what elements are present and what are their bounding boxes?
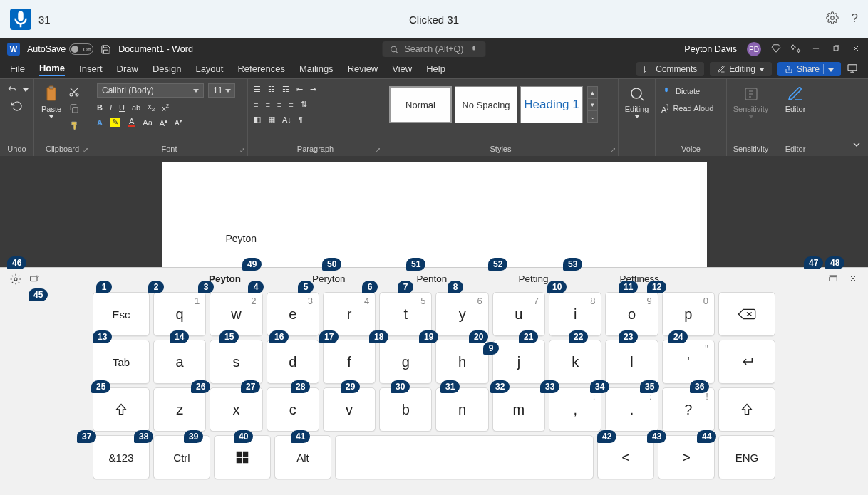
key-⇧[interactable] — [93, 387, 150, 432]
key-n[interactable]: n — [435, 387, 488, 432]
paragraph-launcher[interactable]: ⤢ — [375, 146, 381, 154]
editor-button[interactable]: Editor — [784, 82, 807, 116]
superscript-button[interactable]: x2 — [162, 103, 169, 113]
settings-icon[interactable] — [826, 11, 839, 27]
collapse-ribbon-button[interactable] — [851, 139, 862, 152]
tab-layout[interactable]: Layout — [195, 63, 223, 75]
mic-icon[interactable] — [470, 45, 479, 54]
decrease-indent-button[interactable]: ⇤ — [296, 85, 303, 94]
tab-design[interactable]: Design — [153, 63, 181, 75]
tab-view[interactable]: View — [392, 63, 412, 75]
suggestion-0[interactable]: Peyton — [209, 273, 241, 284]
repeat-button[interactable] — [11, 100, 23, 113]
key-t[interactable]: t5 — [379, 292, 432, 336]
clipboard-launcher[interactable]: ⤢ — [83, 146, 88, 154]
highlight-button[interactable]: ✎ — [110, 118, 120, 127]
key-Tab[interactable]: Tab — [93, 340, 150, 384]
underline-button[interactable]: U — [119, 103, 125, 112]
read-aloud-button[interactable]: A)Read Aloud — [661, 103, 713, 114]
tab-mailings[interactable]: Mailings — [299, 63, 334, 75]
styles-more[interactable]: ⌄ — [587, 110, 598, 123]
editing-find-button[interactable]: Editing — [624, 82, 651, 121]
suggestion-3[interactable]: Petting — [518, 273, 548, 284]
tab-draw[interactable]: Draw — [117, 63, 138, 75]
minimize-button[interactable] — [811, 43, 821, 56]
style-no-spacing[interactable]: No Spacing — [455, 86, 517, 123]
osk-dock-icon[interactable] — [828, 273, 838, 286]
italic-button[interactable]: I — [110, 103, 112, 112]
subscript-button[interactable]: x2 — [148, 102, 155, 113]
key-e[interactable]: e3 — [267, 292, 319, 336]
key-Ctrl[interactable]: Ctrl — [153, 435, 210, 479]
key-,[interactable]: ,; — [549, 387, 601, 432]
format-painter-button[interactable] — [67, 119, 81, 133]
key-f[interactable]: f — [323, 340, 376, 384]
multilevel-button[interactable]: ☶ — [282, 85, 289, 94]
key-k[interactable]: k — [549, 340, 601, 384]
copy-button[interactable] — [67, 102, 81, 116]
restore-button[interactable] — [831, 43, 841, 56]
align-left-button[interactable]: ≡ — [254, 100, 258, 109]
user-avatar[interactable]: PD — [747, 42, 761, 56]
shrink-font-button[interactable]: A▾ — [175, 118, 182, 127]
dictate-button[interactable]: Dictate — [661, 86, 700, 96]
shading-button[interactable]: ◧ — [254, 115, 261, 124]
suggestion-2[interactable]: Penton — [417, 273, 448, 284]
font-color-button[interactable]: A — [128, 117, 135, 127]
key-d[interactable]: d — [267, 340, 319, 384]
help-icon[interactable]: ? — [852, 11, 858, 27]
align-right-button[interactable]: ≡ — [277, 100, 281, 109]
tab-insert[interactable]: Insert — [79, 63, 103, 75]
diamond-icon[interactable] — [771, 43, 781, 56]
font-size-select[interactable]: 11 — [208, 83, 235, 98]
key-Esc[interactable]: Esc — [93, 292, 150, 336]
tab-review[interactable]: Review — [348, 63, 378, 75]
suggestion-1[interactable]: Peryton — [312, 273, 346, 284]
cut-button[interactable] — [67, 85, 81, 99]
key-⇧[interactable] — [718, 387, 775, 432]
tab-home[interactable]: Home — [39, 63, 65, 76]
comments-button[interactable]: Comments — [636, 62, 704, 76]
text-effects-button[interactable]: A — [97, 118, 103, 127]
key-y[interactable]: y6 — [435, 292, 488, 336]
key-s[interactable]: s — [210, 340, 262, 384]
styles-launcher[interactable]: ⤢ — [610, 146, 616, 154]
key-↵[interactable] — [718, 340, 775, 384]
key-v[interactable]: v — [323, 387, 376, 432]
autosave-toggle[interactable]: AutoSave Off — [27, 43, 93, 55]
sort-button[interactable]: A↓ — [282, 115, 291, 124]
font-name-select[interactable]: Calibri (Body) — [97, 83, 204, 98]
key-.[interactable]: .: — [605, 387, 658, 432]
key-r[interactable]: r4 — [323, 292, 376, 336]
osk-close-icon[interactable] — [848, 273, 858, 286]
increase-indent-button[interactable]: ⇥ — [310, 85, 316, 94]
key-g[interactable]: g — [379, 340, 432, 384]
numbering-button[interactable]: ☷ — [268, 85, 275, 94]
present-icon[interactable] — [847, 63, 858, 76]
search-box[interactable]: Search (Alt+Q) — [382, 41, 485, 57]
sensitivity-button[interactable]: Sensitivity — [732, 82, 770, 121]
tab-help[interactable]: Help — [426, 63, 445, 75]
style-normal[interactable]: Normal — [389, 86, 452, 123]
grow-font-button[interactable]: A▴ — [160, 118, 167, 127]
mic-button[interactable] — [10, 9, 31, 30]
show-marks-button[interactable]: ¶ — [299, 115, 303, 124]
key-?[interactable]: ?! — [662, 387, 715, 432]
align-center-button[interactable]: ≡ — [265, 100, 269, 109]
key-a[interactable]: a — [153, 340, 206, 384]
key-⌫[interactable] — [718, 292, 775, 336]
key-'[interactable]: '" — [662, 340, 715, 384]
save-button[interactable] — [100, 44, 111, 55]
key-ENG[interactable]: ENG — [718, 435, 775, 479]
justify-button[interactable]: ≡ — [289, 100, 293, 109]
style-heading-1[interactable]: Heading 1 — [520, 86, 583, 123]
user-name[interactable]: Peyton Davis — [684, 44, 737, 54]
key-w[interactable]: w2 — [210, 292, 262, 336]
change-case-button[interactable]: Aa — [143, 118, 152, 127]
close-button[interactable] — [851, 43, 861, 56]
key-j[interactable]: j — [492, 340, 545, 384]
key-z[interactable]: z — [153, 387, 206, 432]
key-x[interactable]: x — [210, 387, 262, 432]
styles-down[interactable]: ▾ — [587, 98, 598, 110]
key-b[interactable]: b — [379, 387, 432, 432]
